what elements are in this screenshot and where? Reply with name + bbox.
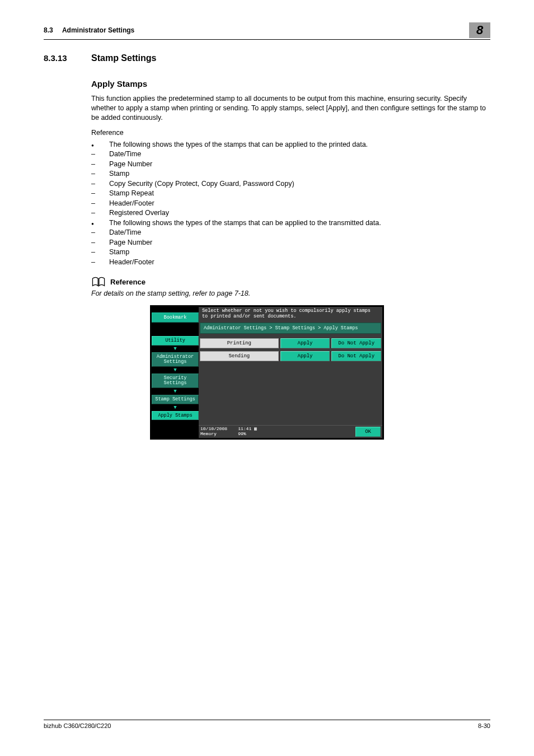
sidebar-admin-settings[interactable]: AdministratorSettings <box>152 352 199 367</box>
reference-heading: Reference <box>110 278 146 286</box>
option-label: Printing <box>200 338 279 348</box>
footer-model: bizhub C360/C280/C220 <box>44 722 111 729</box>
device-screenshot: Bookmark Utility ▼ AdministratorSettings… <box>150 305 384 440</box>
header-section-name: Administrator Settings <box>62 26 134 34</box>
option-label: Sending <box>200 351 279 361</box>
device-breadcrumb: Administrator Settings > Stamp Settings … <box>200 323 381 334</box>
down-arrow-icon: ▼ <box>152 389 199 394</box>
list-item: Copy Security (Copy Protect, Copy Guard,… <box>91 179 490 189</box>
option-row: SendingApplyDo Not Apply <box>200 351 381 361</box>
description-paragraph: This function applies the predetermined … <box>91 94 490 123</box>
down-arrow-icon: ▼ <box>152 368 199 372</box>
footer-page: 8-30 <box>478 722 490 729</box>
apply-button[interactable]: Apply <box>280 351 330 361</box>
stamp-types-list: The following shows the types of the sta… <box>91 140 490 268</box>
header-section-ref: 8.3 <box>44 26 53 34</box>
page-footer: bizhub C360/C280/C220 8-30 <box>44 720 490 729</box>
list-item: The following shows the types of the sta… <box>91 218 490 228</box>
device-instruction: Select whether or not you wish to compul… <box>199 307 382 321</box>
sidebar-utility[interactable]: Utility <box>152 336 199 346</box>
status-time: 11:41 <box>238 426 251 431</box>
device-main: Select whether or not you wish to compul… <box>199 307 382 438</box>
list-item: Stamp <box>91 169 490 179</box>
list-item: Page Number <box>91 160 490 170</box>
do-not-apply-button[interactable]: Do Not Apply <box>331 338 381 348</box>
list-item: Stamp Repeat <box>91 189 490 199</box>
book-icon <box>91 276 106 287</box>
sidebar-security-settings[interactable]: SecuritySettings <box>152 374 199 388</box>
do-not-apply-button[interactable]: Do Not Apply <box>331 351 381 361</box>
status-memory-value: 99% <box>238 431 246 436</box>
status-memory-label: Memory <box>200 431 217 436</box>
list-item: Page Number <box>91 238 490 248</box>
option-row: PrintingApplyDo Not Apply <box>200 338 381 348</box>
subheading-apply-stamps: Apply Stamps <box>91 79 490 88</box>
down-arrow-icon: ▼ <box>152 405 199 410</box>
chapter-number-box: 8 <box>469 22 490 38</box>
reference-callout: Reference <box>91 276 490 287</box>
list-item: Stamp <box>91 248 490 258</box>
status-date: 10/10/2008 <box>200 426 227 431</box>
sidebar-stamp-settings[interactable]: Stamp Settings <box>152 395 199 404</box>
list-item: The following shows the types of the sta… <box>91 140 490 150</box>
device-sidebar: Bookmark Utility ▼ AdministratorSettings… <box>152 307 199 438</box>
reference-label: Reference <box>91 128 490 138</box>
list-item: Header/Footer <box>91 199 490 209</box>
section-heading: 8.3.13 Stamp Settings <box>44 53 490 63</box>
sidebar-bookmark[interactable]: Bookmark <box>152 312 199 323</box>
section-title: Stamp Settings <box>91 53 156 63</box>
device-option-rows: PrintingApplyDo Not ApplySendingApplyDo … <box>199 335 382 367</box>
down-arrow-icon: ▼ <box>152 347 199 351</box>
list-item: Header/Footer <box>91 258 490 268</box>
running-header: 8.3 Administrator Settings 8 <box>44 22 490 40</box>
apply-button[interactable]: Apply <box>280 338 330 348</box>
ok-button[interactable]: OK <box>355 427 381 437</box>
device-status-bar: 10/10/2008 11:41 ▦ Memory 99% OK <box>199 425 382 438</box>
section-number: 8.3.13 <box>44 53 91 63</box>
list-item: Date/Time <box>91 150 490 160</box>
list-item: Date/Time <box>91 228 490 238</box>
sidebar-apply-stamps[interactable]: Apply Stamps <box>152 411 199 421</box>
list-item: Registered Overlay <box>91 208 490 218</box>
reference-text: For details on the stamp setting, refer … <box>91 290 490 297</box>
